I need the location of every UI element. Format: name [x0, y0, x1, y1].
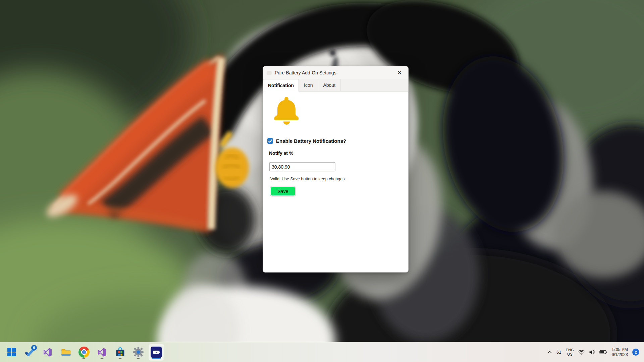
gear-icon — [133, 347, 144, 358]
taskbar: 6 — [0, 342, 644, 362]
windows-logo-icon — [7, 348, 16, 357]
system-tray: 61 ENG US — [547, 347, 644, 357]
clock[interactable]: 5:05 PM 6/1/2023 — [611, 347, 628, 357]
store-bag-icon — [115, 347, 126, 358]
start-button[interactable] — [4, 344, 19, 360]
chrome-icon — [78, 347, 90, 358]
volume-icon[interactable] — [589, 350, 595, 355]
running-indicator — [119, 358, 122, 359]
active-running-indicator — [152, 358, 161, 359]
language-line2: US — [567, 352, 573, 357]
taskbar-app-visual-studio-2[interactable] — [95, 344, 109, 360]
taskbar-apps: 6 — [0, 344, 164, 360]
battery-icon[interactable] — [599, 350, 607, 354]
tab-icon[interactable]: Icon — [299, 79, 318, 91]
notify-percent-input[interactable] — [269, 162, 335, 171]
pure-battery-settings-window: Pure Battery Add-On Settings ✕ Notificat… — [263, 66, 409, 273]
taskbar-app-pure-battery[interactable] — [149, 344, 164, 360]
save-button[interactable]: Save — [270, 186, 296, 196]
language-indicator[interactable]: ENG US — [566, 348, 574, 357]
taskbar-app-chrome[interactable] — [76, 344, 91, 360]
visual-studio-icon — [97, 347, 107, 358]
visual-studio-icon — [42, 347, 53, 358]
taskbar-app-file-explorer[interactable] — [58, 344, 73, 360]
running-indicator — [137, 358, 140, 359]
todo-badge-count: 6 — [31, 345, 37, 351]
language-line1: ENG — [566, 348, 574, 352]
hidden-icons-chevron[interactable] — [547, 351, 552, 354]
taskbar-app-todo[interactable]: 6 — [22, 344, 37, 360]
window-title: Pure Battery Add-On Settings — [275, 70, 336, 75]
tab-bar: Notification Icon About — [263, 79, 408, 92]
tab-notification[interactable]: Notification — [263, 79, 299, 92]
enable-notifications-checkbox[interactable] — [267, 138, 273, 144]
folder-icon — [60, 347, 71, 358]
clock-date: 6/1/2023 — [611, 352, 628, 357]
clock-time: 5:05 PM — [612, 347, 628, 352]
enable-notifications-label: Enable Battery Notifications? — [276, 138, 346, 144]
running-indicator — [83, 358, 86, 359]
app-window-icon — [267, 71, 272, 75]
battery-percent-text[interactable]: 61 — [556, 350, 561, 355]
checkmark-icon — [267, 138, 273, 144]
battery-app-icon — [151, 347, 162, 358]
tab-about[interactable]: About — [318, 79, 341, 91]
wifi-icon[interactable] — [578, 350, 585, 355]
taskbar-app-microsoft-store[interactable] — [113, 344, 127, 360]
notification-count-badge[interactable]: 2 — [632, 349, 639, 356]
validation-message: Valid. Use Save button to keep changes. — [270, 177, 346, 181]
bell-icon — [269, 95, 304, 130]
running-indicator — [101, 358, 104, 359]
taskbar-app-visual-studio[interactable] — [40, 344, 55, 360]
close-icon[interactable]: ✕ — [395, 68, 404, 77]
notify-at-percent-label: Notify at % — [269, 150, 293, 156]
window-titlebar[interactable]: Pure Battery Add-On Settings ✕ — [263, 66, 408, 79]
taskbar-app-settings[interactable] — [131, 344, 146, 360]
notification-tab-panel: Enable Battery Notifications? Notify at … — [263, 92, 408, 273]
